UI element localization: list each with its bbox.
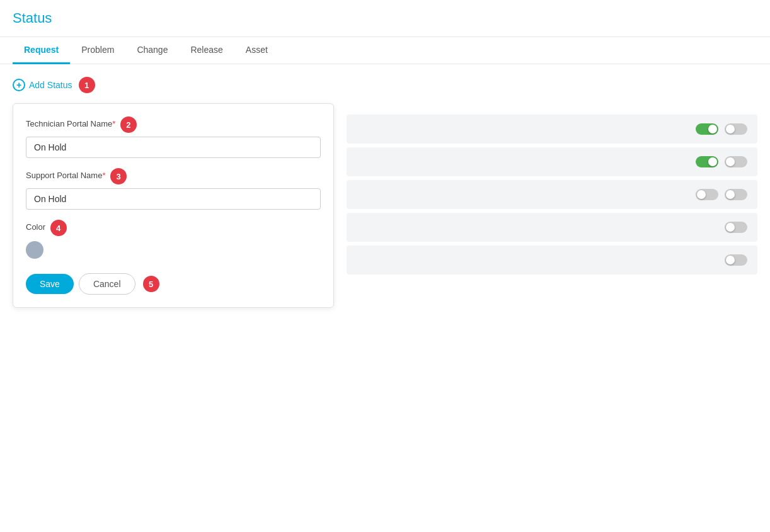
toggle-knob: [726, 256, 735, 264]
toggle-knob: [708, 125, 717, 133]
step-badge-3: 3: [110, 168, 127, 184]
toggle-knob: [726, 125, 735, 133]
form-actions: Save Cancel 5: [26, 273, 321, 295]
required-star-2: *: [102, 171, 105, 180]
tech-portal-group: Technician Portal Name* 2: [26, 116, 321, 158]
step-badge-2: 2: [120, 116, 137, 133]
toggle-knob: [708, 157, 717, 166]
toggle-active-2[interactable]: [696, 156, 718, 167]
tech-portal-label: Technician Portal Name* 2: [26, 116, 321, 133]
required-star-1: *: [112, 119, 115, 128]
tab-change[interactable]: Change: [125, 37, 179, 64]
step-badge-5: 5: [143, 276, 159, 292]
status-row: [347, 246, 757, 274]
step-badge-4: 4: [50, 220, 67, 236]
page-title: Status: [13, 10, 757, 26]
toggle-knob: [726, 190, 735, 199]
form-card: Technician Portal Name* 2 Support Portal…: [13, 103, 334, 308]
tab-asset[interactable]: Asset: [234, 37, 279, 64]
toggle-knob: [697, 190, 706, 199]
tab-release[interactable]: Release: [179, 37, 234, 64]
page-header: Status: [0, 0, 770, 37]
status-row: [347, 115, 757, 144]
cancel-button[interactable]: Cancel: [79, 273, 135, 295]
content-area: + Add Status 1 Technician Portal Name* 2…: [0, 64, 770, 320]
status-rows: [347, 115, 757, 278]
support-portal-input[interactable]: [26, 188, 321, 210]
toggle-default-1[interactable]: [725, 123, 747, 135]
tech-portal-input[interactable]: [26, 137, 321, 158]
toggle-default-5[interactable]: [725, 254, 747, 266]
add-status-button[interactable]: + Add Status 1: [13, 77, 95, 93]
add-icon: +: [13, 79, 25, 91]
status-row: [347, 147, 757, 176]
toggle-knob: [726, 223, 735, 232]
add-status-label: Add Status: [29, 80, 72, 90]
color-label: Color 4: [26, 220, 321, 236]
support-portal-label: Support Portal Name* 3: [26, 168, 321, 184]
tab-problem[interactable]: Problem: [70, 37, 125, 64]
status-row: [347, 180, 757, 209]
status-row: [347, 213, 757, 242]
support-portal-group: Support Portal Name* 3: [26, 168, 321, 210]
toggle-default-3[interactable]: [725, 189, 747, 200]
tabs-bar: Request Problem Change Release Asset: [0, 37, 770, 64]
toggle-active-3[interactable]: [696, 189, 718, 200]
color-picker-dot[interactable]: [26, 241, 43, 259]
step-badge-1: 1: [79, 77, 95, 93]
save-button[interactable]: Save: [26, 274, 74, 294]
toggle-knob: [726, 157, 735, 166]
toggle-default-2[interactable]: [725, 156, 747, 167]
toggle-active-1[interactable]: [696, 123, 718, 135]
color-section: Color 4: [26, 220, 321, 261]
tab-request[interactable]: Request: [13, 37, 70, 64]
toggle-default-4[interactable]: [725, 222, 747, 233]
